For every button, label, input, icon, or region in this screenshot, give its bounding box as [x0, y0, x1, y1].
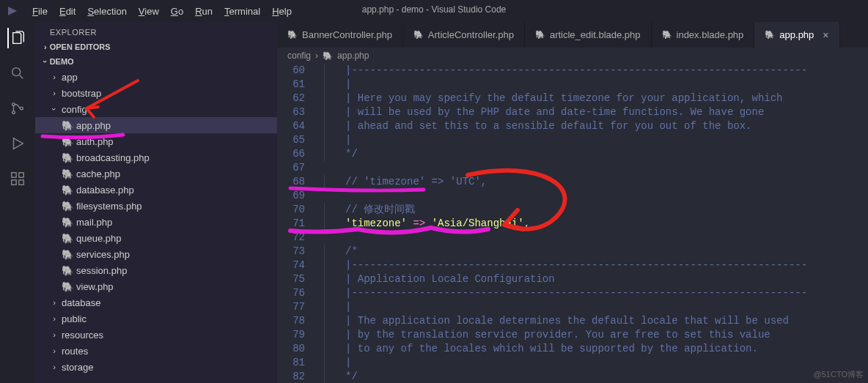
folder-storage[interactable]: ›storage: [35, 359, 277, 375]
php-icon: 🐘: [765, 30, 775, 40]
code-line[interactable]: [324, 161, 868, 175]
code-line[interactable]: | will be used by the PHP date and date-…: [324, 105, 868, 119]
folder-database[interactable]: ›database: [35, 294, 277, 311]
code-line[interactable]: |: [324, 78, 868, 92]
chevron-right-icon: ›: [50, 362, 59, 371]
code-line[interactable]: | ahead and set this to a sensible defau…: [324, 119, 868, 133]
line-number: 69: [277, 189, 305, 203]
code-line[interactable]: [324, 231, 868, 245]
line-number: 64: [277, 119, 305, 133]
tab-article_edit.blade.php[interactable]: 🐘article_edit.blade.php: [525, 22, 652, 48]
folder-app[interactable]: ›app: [35, 69, 277, 85]
folder-routes[interactable]: ›routes: [35, 343, 277, 359]
extensions-icon[interactable]: [7, 168, 28, 189]
code-line[interactable]: |---------------------------------------…: [324, 286, 868, 300]
menubar: FileEditSelectionViewGoRunTerminalHelp a…: [0, 0, 868, 22]
file-label: app.php: [76, 120, 111, 131]
code-line[interactable]: |---------------------------------------…: [324, 259, 868, 272]
code-editor[interactable]: 6061626364656667686970717273747576777879…: [277, 64, 868, 383]
file-auth.php[interactable]: 🐘auth.php: [35, 133, 277, 149]
folder-label: config: [62, 104, 87, 115]
editor-tabs: 🐘BannerController.php🐘ArticleController.…: [277, 22, 868, 48]
tab-ArticleController.php[interactable]: 🐘ArticleController.php: [403, 22, 525, 48]
file-cache.php[interactable]: 🐘cache.php: [35, 166, 277, 182]
chevron-right-icon: ›: [50, 72, 59, 81]
svg-point-2: [12, 111, 15, 114]
file-mail.php[interactable]: 🐘mail.php: [35, 214, 277, 230]
line-number: 82: [277, 370, 305, 383]
folder-label: database: [62, 297, 101, 308]
menu-view[interactable]: View: [133, 3, 165, 20]
breadcrumb-folder: config: [287, 51, 311, 61]
code-line[interactable]: |---------------------------------------…: [324, 64, 868, 78]
php-icon: 🐘: [62, 119, 73, 131]
svg-point-0: [12, 68, 21, 76]
file-app.php[interactable]: 🐘app.php: [35, 117, 277, 133]
php-icon: 🐘: [62, 232, 73, 244]
php-icon: 🐘: [662, 30, 672, 40]
breadcrumb-file: app.php: [337, 51, 369, 61]
menu-file[interactable]: File: [26, 3, 54, 20]
code-line[interactable]: */: [324, 370, 868, 383]
chevron-right-icon: ›: [50, 346, 59, 355]
folder-bootstrap[interactable]: ›bootstrap: [35, 85, 277, 101]
menu-go[interactable]: Go: [165, 3, 189, 20]
file-view.php[interactable]: 🐘view.php: [35, 278, 277, 294]
breadcrumb[interactable]: config › 🐘 app.php: [277, 48, 868, 64]
code-line[interactable]: // 修改时间戳: [324, 203, 868, 217]
search-icon[interactable]: [7, 63, 28, 83]
line-number: 74: [277, 259, 305, 272]
php-icon: 🐘: [62, 280, 73, 292]
line-number: 65: [277, 133, 305, 147]
code-line[interactable]: | The application locale determines the …: [324, 314, 868, 328]
code-line[interactable]: |: [324, 300, 868, 314]
tab-app.php[interactable]: 🐘app.php×: [754, 22, 839, 48]
file-label: filesystems.php: [76, 201, 142, 212]
file-database.php[interactable]: 🐘database.php: [35, 182, 277, 198]
file-services.php[interactable]: 🐘services.php: [35, 246, 277, 262]
svg-rect-7: [19, 180, 23, 185]
code-line[interactable]: /*: [324, 245, 868, 259]
source-control-icon[interactable]: [7, 98, 28, 119]
folder-config[interactable]: ›config: [35, 101, 277, 117]
code-line[interactable]: | by the translation service provider. Y…: [324, 328, 868, 342]
code-line[interactable]: | Here you may specify the default timez…: [324, 92, 868, 105]
menu-help[interactable]: Help: [266, 3, 298, 20]
file-broadcasting.php[interactable]: 🐘broadcasting.php: [35, 149, 277, 166]
menu-selection[interactable]: Selection: [81, 3, 132, 20]
folder-label: bootstrap: [62, 88, 101, 99]
code-line[interactable]: */: [324, 147, 868, 161]
open-editors-section[interactable]: › OPEN EDITORS: [35, 40, 277, 54]
line-number: 73: [277, 245, 305, 259]
tab-BannerController.php[interactable]: 🐘BannerController.php: [277, 22, 403, 48]
file-label: cache.php: [76, 168, 120, 179]
explorer-icon[interactable]: [7, 28, 28, 48]
folder-public[interactable]: ›public: [35, 311, 277, 327]
code-line[interactable]: |: [324, 133, 868, 147]
menu-run[interactable]: Run: [189, 3, 218, 20]
code-line[interactable]: [324, 189, 868, 203]
tab-index.blade.php[interactable]: 🐘index.blade.php: [652, 22, 755, 48]
code-line[interactable]: | Application Locale Configuration: [324, 272, 868, 286]
php-icon: 🐘: [62, 248, 73, 260]
file-session.php[interactable]: 🐘session.php: [35, 262, 277, 278]
line-number: 81: [277, 356, 305, 370]
code-line[interactable]: |: [324, 356, 868, 370]
file-label: view.php: [76, 281, 114, 292]
php-icon: 🐘: [62, 200, 73, 212]
file-filesystems.php[interactable]: 🐘filesystems.php: [35, 198, 277, 214]
project-section[interactable]: › DEMO: [35, 54, 277, 69]
menu-terminal[interactable]: Terminal: [218, 3, 266, 20]
code-content[interactable]: |---------------------------------------…: [318, 64, 868, 383]
code-line[interactable]: 'timezone' => 'Asia/Shanghai',: [324, 217, 868, 231]
menu-edit[interactable]: Edit: [54, 3, 81, 20]
close-icon[interactable]: ×: [823, 29, 828, 41]
folder-resources[interactable]: ›resources: [35, 327, 277, 343]
folder-label: public: [62, 313, 87, 324]
code-line[interactable]: // 'timezone' => 'UTC',: [324, 175, 868, 189]
run-debug-icon[interactable]: [7, 133, 28, 154]
line-number: 66: [277, 147, 305, 161]
file-label: database.php: [76, 185, 134, 196]
file-queue.php[interactable]: 🐘queue.php: [35, 230, 277, 246]
code-line[interactable]: | to any of the locales which will be su…: [324, 342, 868, 356]
